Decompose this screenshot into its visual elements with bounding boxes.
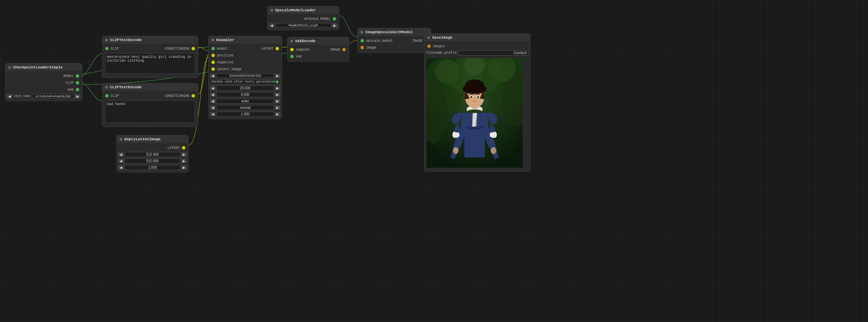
clip-text-encode-negative-body: CLIP CONDITIONING bad hands [102,91,198,127]
width-right-btn[interactable]: ▶ [181,152,187,157]
ckpt-name-right-btn[interactable]: ▶ [75,94,81,99]
vae-input-connector[interactable] [290,55,294,58]
denoise-input[interactable] [216,112,274,117]
model-name-right-btn[interactable]: ▶ [332,23,338,28]
batch-size-right-btn[interactable]: ▶ [181,165,187,170]
scheduler-input[interactable] [216,105,274,110]
width-input[interactable] [124,152,181,157]
random-seed-badge[interactable]: Random seed after every gen enabled [210,79,280,84]
scheduler-right-btn[interactable]: ▶ [275,105,280,110]
sampler-left-btn[interactable]: ◀ [210,99,216,103]
svg-point-25 [453,147,459,154]
batch-size-input[interactable] [124,165,181,170]
node-canvas: CheckpointLoaderSimple MODEL CLIP VAE ◀ … [0,0,868,322]
image-upscale-node: ImageUpscaleWithModel upscale_model IMAG… [357,28,431,53]
svg-rect-14 [472,124,477,125]
height-right-btn[interactable]: ▶ [181,159,187,163]
empty-latent-node: EmptyLatentImage LATENT ◀ ▶ ◀ ▶ ◀ [117,135,188,172]
positive-input-connector[interactable] [211,54,215,57]
denoise-left-btn[interactable]: ◀ [210,112,216,116]
vae-decode-header: VAEDecode [288,37,349,45]
image-input-row: image [358,44,431,51]
height-left-btn[interactable]: ◀ [118,159,124,163]
seed-row: ◀ ▶ [209,73,282,79]
ksampler-node: KSampler model LATENT positive negative … [208,36,282,119]
node-status-dot [427,36,430,39]
sampler-right-btn[interactable]: ▶ [275,99,280,103]
save-image-body: images filename_prefix [425,41,530,171]
clip-text-encode-positive-header: CLIPTextEncode [102,36,198,44]
image-input-connector[interactable] [360,46,364,49]
steps-left-btn[interactable]: ◀ [210,86,216,90]
cfg-right-btn[interactable]: ▶ [275,92,280,97]
clip-output-label: CLIP [65,81,74,85]
negative-prompt-textarea[interactable]: bad hands [105,101,195,123]
steps-right-btn[interactable]: ▶ [275,86,280,90]
random-seed-label: Random seed after every gen [212,80,262,83]
clip-output-connector[interactable] [76,81,79,85]
upscale-model-output-connector[interactable] [333,17,336,21]
clip-input-connector[interactable] [105,94,109,98]
clip-output-row: CLIP [5,79,82,86]
denoise-right-btn[interactable]: ▶ [275,112,280,116]
model-name-left-btn[interactable]: ◀ [269,23,274,28]
samples-input-connector[interactable] [290,48,294,51]
upscale-model-output-row: UPSCALE_MODEL [268,15,339,22]
vae-decode-title: VAEDecode [295,39,315,43]
ckpt-name-row: ◀ ckpt_name ▶ [5,93,82,99]
model-input-row: model LATENT [209,45,282,52]
ckpt-name-input[interactable] [32,94,74,99]
node-status-dot [105,86,108,89]
upscale-model-output-label: UPSCALE_MODEL [304,17,331,21]
upscale-model-input-connector[interactable] [360,39,364,42]
svg-point-24 [477,96,478,97]
vae-output-connector[interactable] [76,88,79,91]
conditioning-output-connector[interactable] [192,94,195,98]
seed-input[interactable] [216,73,274,78]
filename-prefix-input[interactable] [458,50,529,55]
latent-output-connector[interactable] [276,47,279,50]
clip-text-encode-negative-header: CLIPTextEncode [102,83,198,91]
conditioning-output-connector[interactable] [192,47,195,50]
model-name-input[interactable] [275,23,331,28]
positive-prompt-textarea[interactable]: masterpiece best quality girl standing i… [105,53,195,74]
latent-image-input-connector[interactable] [211,67,215,71]
seed-left-btn[interactable]: ◀ [210,74,216,78]
latent-image-input-label: latent_image [217,67,242,71]
clip-text-encode-positive-title: CLIPTextEncode [110,38,142,42]
latent-output-label: LATENT [168,146,180,150]
ksampler-body: model LATENT positive negative latent_im… [209,44,282,119]
clip-text-encode-positive-node: CLIPTextEncode CLIP CONDITIONING masterp… [102,36,198,78]
svg-rect-11 [472,117,477,118]
sampler-name-input[interactable] [216,99,274,104]
svg-rect-12 [472,119,477,120]
cfg-left-btn[interactable]: ◀ [210,92,216,97]
clip-input-connector[interactable] [105,47,109,50]
negative-input-connector[interactable] [211,61,215,64]
steps-input[interactable] [216,86,274,91]
cfg-input[interactable] [216,92,274,97]
vae-output-label: VAE [68,88,74,92]
latent-output-row: LATENT [117,144,188,151]
positive-input-label: positive [217,54,233,57]
batch-size-left-btn[interactable]: ◀ [118,165,124,170]
model-input-connector[interactable] [211,47,215,50]
image-upscale-title: ImageUpscaleWithModel [365,30,413,34]
images-input-connector[interactable] [427,44,431,48]
scheduler-left-btn[interactable]: ◀ [210,105,216,110]
image-output-connector[interactable] [342,48,346,51]
seed-right-btn[interactable]: ▶ [275,74,280,78]
latent-output-connector[interactable] [182,146,185,150]
width-left-btn[interactable]: ◀ [118,152,124,157]
upscale-model-loader-node: UpscaleModelLoader UPSCALE_MODEL ◀ ▶ [267,6,339,30]
ckpt-name-left-btn[interactable]: ◀ [7,94,12,99]
steps-row: ◀ ▶ [209,85,282,91]
clip-input-row: CLIP CONDITIONING [102,92,198,99]
vae-decode-body: samples IMAGE VAE [288,45,349,61]
node-status-dot [211,39,214,41]
sampler-name-row: ◀ ▶ [209,98,282,104]
conditioning-output-label: CONDITIONING [165,47,190,51]
height-input[interactable] [124,158,181,164]
model-output-connector[interactable] [76,74,79,78]
svg-point-18 [465,79,484,92]
